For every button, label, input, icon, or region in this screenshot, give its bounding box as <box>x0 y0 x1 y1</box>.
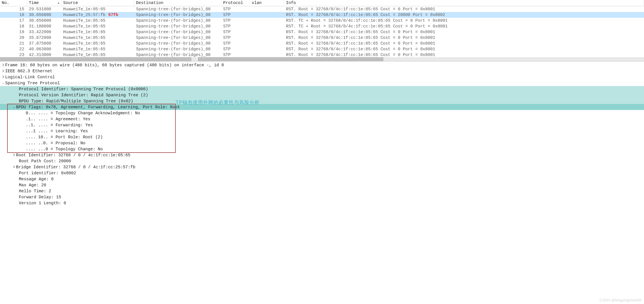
spacer-icon: . <box>1 134 5 140</box>
tree-v1len[interactable]: .Version 1 Length: 0 <box>0 200 644 206</box>
expand-icon[interactable]: ❯ <box>1 62 5 68</box>
expand-icon[interactable]: ❯ <box>1 74 5 80</box>
tree-proto-ver-label: Protocol Version Identifier: Rapid Spann… <box>19 93 148 97</box>
expand-icon[interactable]: ❯ <box>12 164 16 170</box>
col-header-time[interactable]: Time▲ <box>27 0 61 6</box>
tree-v1len-label: Version 1 Length: 0 <box>19 201 66 205</box>
col-header-source[interactable]: Source <box>61 0 134 6</box>
packet-list-hscroll <box>0 57 644 61</box>
packet-row[interactable]: 1730.656000HuaweiTe_1e:05:65Spanning-tre… <box>0 18 644 23</box>
collapse-icon[interactable]: ⌄ <box>12 104 16 110</box>
tree-flag-portrole[interactable]: ..... 10.. = Port Role: Root (2) <box>0 134 644 140</box>
tree-bpdu-type-label: BPDU Type: Rapid/Multiple Spanning Tree … <box>19 99 133 103</box>
hscroll-thumb[interactable] <box>0 57 191 61</box>
col-header-info[interactable]: Info <box>284 0 644 6</box>
spacer-icon: . <box>1 170 5 176</box>
hscroll-right[interactable] <box>198 57 644 61</box>
cell-time: 31.188000 <box>27 24 61 29</box>
packet-row[interactable]: 2342.313000HuaweiTe_1e:05:65Spanning-tre… <box>0 52 644 57</box>
tree-stp[interactable]: ⌄Spanning Tree Protocol <box>0 80 644 86</box>
tree-flag-tca[interactable]: .0... .... = Topology Change Acknowledgm… <box>0 110 644 116</box>
tree-bpdu-type[interactable]: .BPDU Type: Rapid/Multiple Spanning Tree… <box>0 98 644 104</box>
tree-flag-forwarding[interactable]: ...1. .... = Forwarding: Yes <box>0 122 644 128</box>
tree-llc[interactable]: ❯Logical-Link Control <box>0 74 644 80</box>
cell-info: RST. Root = 32768/0/4c:1f:cc:1e:05:65 Co… <box>284 35 644 40</box>
tree-flag-proposal[interactable]: ..... ..0. = Proposal: No <box>0 140 644 146</box>
collapse-icon[interactable]: ⌄ <box>1 80 5 86</box>
spacer-icon: . <box>1 116 5 122</box>
tree-flag-tca-label: 0... .... = Topology Change Acknowledgme… <box>26 111 140 115</box>
spacer-icon: . <box>1 146 5 152</box>
annotation-57fb: 57fb <box>108 13 118 17</box>
cell-protocol: STP <box>221 30 250 34</box>
cell-source: HuaweiTe_1e:05:65 <box>61 18 134 23</box>
packet-details-pane: ❯Frame 16: 60 bytes on wire (480 bits), … <box>0 61 644 207</box>
tree-flag-learn-label: ...1 .... = Learning: Yes <box>26 129 88 133</box>
tree-root-id[interactable]: .❯Root Identifier: 32768 / 0 / 4c:1f:cc:… <box>0 152 644 158</box>
cell-no: 20 <box>0 35 27 40</box>
tree-llc-label: Logical-Link Control <box>5 75 55 79</box>
tree-ethernet[interactable]: ❯IEEE 802.3 Ethernet <box>0 68 644 74</box>
hscroll-left[interactable] <box>0 57 197 61</box>
tree-bpdu-flags[interactable]: .⌄BPDU flags: 0x78, Agreement, Forwardin… <box>0 104 644 110</box>
cell-source: HuaweiTe_1e:05:65 <box>61 7 134 11</box>
packet-row[interactable]: 1630.656000HuaweiTe_25:57:fb57fbSpanning… <box>0 12 644 18</box>
tree-max-age[interactable]: .Max Age: 20 <box>0 182 644 188</box>
hscroll-thumb[interactable] <box>198 57 383 61</box>
cell-destination: Spanning-tree-(for-bridges)_00 <box>134 24 221 29</box>
col-header-no[interactable]: No. <box>0 0 27 6</box>
tree-flag-agree-label: .1.. .... = Agreement: Yes <box>26 117 90 121</box>
tree-root-cost-label: Root Path Cost: 20000 <box>19 159 71 163</box>
packet-list-pane: No. Time▲ Source Destination Protocol vl… <box>0 0 644 61</box>
cell-info: RST. Root = 32768/0/4c:1f:cc:1e:05:65 Co… <box>284 7 644 11</box>
spacer-icon: . <box>1 152 5 158</box>
col-header-vlan[interactable]: vlan <box>250 0 284 6</box>
tree-fwd-delay[interactable]: .Forward Delay: 15 <box>0 194 644 200</box>
tree-bpdu-flags-label: BPDU flags: 0x78, Agreement, Forwarding,… <box>16 105 180 109</box>
cell-info: RST. Root = 32768/0/4c:1f:cc:1e:05:65 Co… <box>284 53 644 57</box>
spacer-icon: . <box>1 158 5 164</box>
packet-row[interactable]: 1529.531000HuaweiTe_1e:05:65Spanning-tre… <box>0 6 644 12</box>
cell-destination: Spanning-tree-(for-bridges)_00 <box>134 53 221 57</box>
packet-row[interactable]: 2240.063000HuaweiTe_1e:05:65Spanning-tre… <box>0 46 644 52</box>
cell-no: 17 <box>0 18 27 23</box>
expand-icon[interactable]: ❯ <box>12 152 16 158</box>
cell-time: 29.531000 <box>27 7 61 11</box>
col-header-time-label: Time <box>29 1 39 5</box>
tree-proto-id[interactable]: .Protocol Identifier: Spanning Tree Prot… <box>0 86 644 92</box>
packet-list-body[interactable]: 1529.531000HuaweiTe_1e:05:65Spanning-tre… <box>0 6 644 57</box>
tree-port-id[interactable]: .Port identifier: 0x8002 <box>0 170 644 176</box>
packet-row[interactable]: 1933.422000HuaweiTe_1e:05:65Spanning-tre… <box>0 29 644 35</box>
tree-root-cost[interactable]: .Root Path Cost: 20000 <box>0 158 644 164</box>
tree-bridge-id[interactable]: .❯Bridge Identifier: 32768 / 0 / 4c:1f:c… <box>0 164 644 170</box>
col-header-destination[interactable]: Destination <box>134 0 221 6</box>
spacer-icon: . <box>1 176 5 182</box>
tree-fwd-delay-label: Forward Delay: 15 <box>19 195 61 199</box>
cell-time: 33.422000 <box>27 30 61 34</box>
cell-info: RST. TC + Root = 32768/0/4c:1f:cc:1e:05:… <box>284 18 644 23</box>
tree-eth-label: IEEE 802.3 Ethernet <box>5 69 52 73</box>
tree-flag-tc-label: .... ...0 = Topology Change: No <box>26 147 103 151</box>
cell-info: RST. Root = 32768/0/4c:1f:cc:1e:05:65 Co… <box>284 30 644 34</box>
tree-frame[interactable]: ❯Frame 16: 60 bytes on wire (480 bits), … <box>0 62 644 68</box>
cell-no: 18 <box>0 24 27 29</box>
cell-source: HuaweiTe_1e:05:65 <box>61 35 134 40</box>
expand-icon[interactable]: ❯ <box>1 68 5 74</box>
packet-row[interactable]: 2035.672000HuaweiTe_1e:05:65Spanning-tre… <box>0 35 644 41</box>
tree-stp-label: Spanning Tree Protocol <box>5 81 60 85</box>
tree-flag-prop-label: .... ..0. = Proposal: No <box>26 141 85 145</box>
spacer-icon: . <box>1 122 5 128</box>
col-header-protocol[interactable]: Protocol <box>221 0 250 6</box>
cell-protocol: STP <box>221 53 250 57</box>
tree-flag-tc[interactable]: ..... ...0 = Topology Change: No <box>0 146 644 152</box>
tree-flag-learning[interactable]: ....1 .... = Learning: Yes <box>0 128 644 134</box>
packet-row[interactable]: 2137.875000HuaweiTe_1e:05:65Spanning-tre… <box>0 41 644 46</box>
packet-row[interactable]: 1831.188000HuaweiTe_1e:05:65Spanning-tre… <box>0 23 644 29</box>
tree-hello[interactable]: .Hello Time: 2 <box>0 188 644 194</box>
cell-destination: Spanning-tree-(for-bridges)_00 <box>134 7 221 11</box>
cell-destination: Spanning-tree-(for-bridges)_00 <box>134 18 221 23</box>
tree-proto-ver[interactable]: .Protocol Version Identifier: Rapid Span… <box>0 92 644 98</box>
tree-flag-agreement[interactable]: ..1.. .... = Agreement: Yes <box>0 116 644 122</box>
tree-msg-age[interactable]: .Message Age: 0 <box>0 176 644 182</box>
cell-no: 22 <box>0 47 27 51</box>
